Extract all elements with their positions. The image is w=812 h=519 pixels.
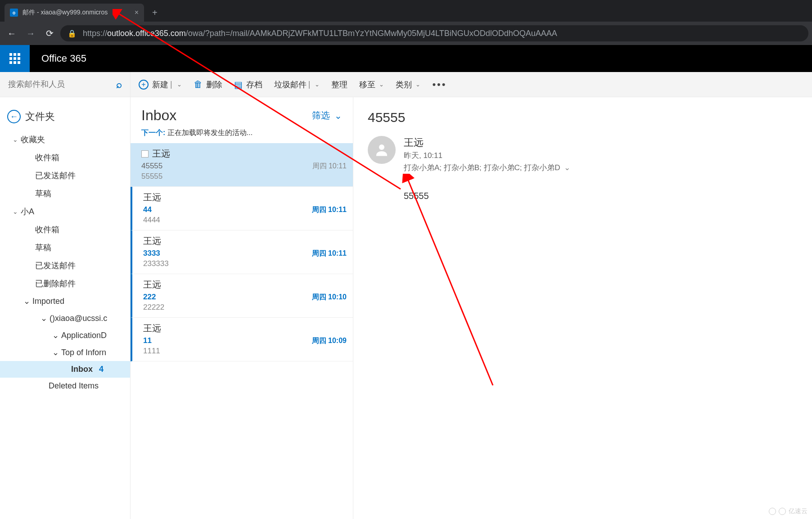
folder-label: Inbox xyxy=(71,365,93,374)
message-time: 周四 10:11 xyxy=(312,249,347,258)
app-body: ⌕ ← 文件夹 ⌄ 收藏夹 收件箱 已发送邮件 草稿 ⌄ 小A 收件箱 草稿 已… xyxy=(0,72,812,519)
junk-button[interactable]: 垃圾邮件 |⌄ xyxy=(274,79,320,90)
a-deleted[interactable]: 已删除邮件 xyxy=(0,275,130,293)
recipients[interactable]: 打杂小弟A; 打杂小弟B; 打杂小弟C; 打杂小弟D ⌄ xyxy=(404,162,570,173)
moveto-button[interactable]: 移至 ⌄ xyxy=(359,79,384,90)
app-launcher[interactable] xyxy=(0,45,30,72)
a-drafts[interactable]: 草稿 xyxy=(0,239,130,257)
search-icon[interactable]: ⌕ xyxy=(116,79,122,90)
chevron-down-icon: ⌄ xyxy=(52,348,59,357)
checkbox[interactable] xyxy=(141,150,149,158)
close-icon[interactable]: × xyxy=(135,9,139,17)
imported-top[interactable]: ⌄ Top of Inforn xyxy=(0,344,130,361)
message-item[interactable]: 王远44周四 10:114444 xyxy=(131,187,353,230)
message-item[interactable]: 王远3333周四 10:11233333 xyxy=(131,230,353,274)
favorites-label: 收藏夹 xyxy=(21,134,130,145)
new-tab-button[interactable]: + xyxy=(152,4,158,22)
address-bar: ← → ⟳ 🔒 https://outlook.office365.com/ow… xyxy=(0,22,812,45)
forward-button[interactable]: → xyxy=(23,25,39,41)
reload-button[interactable]: ⟳ xyxy=(41,25,58,41)
url-field[interactable]: 🔒 https://outlook.office365.com/owa/?pat… xyxy=(60,25,808,41)
lock-icon: 🔒 xyxy=(68,29,77,38)
favorites-node[interactable]: ⌄ 收藏夹 xyxy=(0,131,130,149)
back-button[interactable]: ← xyxy=(4,25,20,41)
chevron-down-icon: ⌄ xyxy=(334,110,342,121)
folder-label: 草稿 xyxy=(35,188,51,199)
folders-header[interactable]: ← 文件夹 xyxy=(0,106,130,131)
url-text: https://outlook.office365.com/owa/?path=… xyxy=(83,29,557,38)
a-sent[interactable]: 已发送邮件 xyxy=(0,257,130,275)
annotation-arrow-2 xyxy=(376,174,511,390)
reading-pane: 45555 王远 昨天, 10:11 打杂小弟A; 打杂小弟B; 打杂小弟C; … xyxy=(353,97,812,519)
sweep-button[interactable]: 整理 xyxy=(331,79,347,90)
chevron-down-icon: ⌄ xyxy=(564,163,570,172)
chevron-down-icon: ⌄ xyxy=(13,136,21,143)
message-subject: 11 xyxy=(143,336,152,345)
imported-inbox[interactable]: Inbox 4 xyxy=(0,361,130,378)
chevron-down-icon: ⌄ xyxy=(315,81,320,88)
url-path: /owa/?path=/mail/AAMkADRjZWFkMTU1LTBmYzY… xyxy=(186,29,557,38)
message-list-pane: Inbox 筛选 ⌄ 下一个: 正在加载即将发生的活动... 王远45555周四… xyxy=(131,97,353,519)
tab-title: 邮件 - xiaoa@wy999.onmicros xyxy=(23,9,132,17)
chevron-right-icon: ⌄ xyxy=(52,330,59,340)
right-columns: + 新建 |⌄ 🗑 删除 ▤ 存档 垃圾邮件 |⌄ 整理 移至 ⌄ xyxy=(131,72,812,519)
fav-drafts[interactable]: 草稿 xyxy=(0,185,130,203)
search-row: ⌕ xyxy=(0,72,130,97)
more-button[interactable]: ••• xyxy=(432,79,447,90)
filter-button[interactable]: 筛选 ⌄ xyxy=(312,109,342,122)
message-subject: 45555 xyxy=(141,162,162,171)
avatar[interactable] xyxy=(368,136,396,164)
archive-label: 存档 xyxy=(246,79,262,90)
folder-label: Deleted Items xyxy=(49,381,99,391)
search-input[interactable] xyxy=(8,80,116,89)
message-from: 王远 xyxy=(143,235,347,247)
sender-name[interactable]: 王远 xyxy=(404,136,570,149)
imported-label: Imported xyxy=(32,297,64,306)
tab-bar: 邮件 - xiaoa@wy999.onmicros × + xyxy=(0,0,812,22)
imported-deleted[interactable]: Deleted Items xyxy=(0,378,130,394)
list-header: Inbox 筛选 ⌄ xyxy=(131,97,353,128)
account-a-node[interactable]: ⌄ 小A xyxy=(0,203,130,221)
message-preview: 1111 xyxy=(143,347,347,356)
folder-label: 已删除邮件 xyxy=(35,278,76,289)
delete-button[interactable]: 🗑 删除 xyxy=(194,79,222,90)
waffle-icon xyxy=(9,53,20,64)
svg-point-0 xyxy=(379,144,384,150)
list-title: Inbox xyxy=(141,107,176,124)
archive-button[interactable]: ▤ 存档 xyxy=(234,79,262,90)
browser-tab[interactable]: 邮件 - xiaoa@wy999.onmicros × xyxy=(5,4,144,22)
folders-header-label: 文件夹 xyxy=(25,110,55,123)
imported-node[interactable]: ⌄ Imported xyxy=(0,293,130,310)
folder-label: 收件箱 xyxy=(35,152,59,163)
imported-appdata[interactable]: ⌄ ApplicationD xyxy=(0,327,130,344)
message-preview: 22222 xyxy=(143,303,347,312)
message-preview: 233333 xyxy=(143,259,347,268)
url-scheme: https:// xyxy=(83,29,107,38)
chevron-down-icon: ⌄ xyxy=(379,81,384,88)
message-item[interactable]: 王远222周四 10:1022222 xyxy=(131,274,353,318)
a-inbox[interactable]: 收件箱 xyxy=(0,221,130,239)
fav-sent[interactable]: 已发送邮件 xyxy=(0,167,130,185)
chevron-down-icon: ⌄ xyxy=(13,208,21,215)
message-item[interactable]: 王远45555周四 10:1155555 xyxy=(131,143,353,187)
folder-label: 草稿 xyxy=(35,242,51,253)
message-time: 周四 10:09 xyxy=(312,336,347,346)
message-from: 王远 xyxy=(143,279,347,291)
url-host: outlook.office365.com xyxy=(107,29,186,38)
folder-label: 已发送邮件 xyxy=(35,170,76,181)
agenda-row: 下一个: 正在加载即将发生的活动... xyxy=(131,128,353,143)
folder-label: ApplicationD xyxy=(61,331,107,340)
message-time: 周四 10:10 xyxy=(312,293,347,302)
message-from: 王远 xyxy=(143,191,347,203)
message-item[interactable]: 王远11周四 10:091111 xyxy=(131,318,353,361)
fav-inbox[interactable]: 收件箱 xyxy=(0,149,130,167)
browser-chrome: 邮件 - xiaoa@wy999.onmicros × + ← → ⟳ 🔒 ht… xyxy=(0,0,812,45)
back-circle-icon[interactable]: ← xyxy=(7,110,21,123)
suite-title[interactable]: Office 365 xyxy=(41,53,86,64)
command-bar: + 新建 |⌄ 🗑 删除 ▤ 存档 垃圾邮件 |⌄ 整理 移至 ⌄ xyxy=(131,72,812,97)
categories-button[interactable]: 类别 ⌄ xyxy=(396,79,420,90)
imported-account[interactable]: ⌄ ()xiaoa@ucssi.c xyxy=(0,310,130,327)
new-button[interactable]: + 新建 |⌄ xyxy=(139,79,182,90)
message-list[interactable]: 王远45555周四 10:1155555王远44周四 10:114444王远33… xyxy=(131,143,353,361)
plus-circle-icon: + xyxy=(139,80,149,90)
